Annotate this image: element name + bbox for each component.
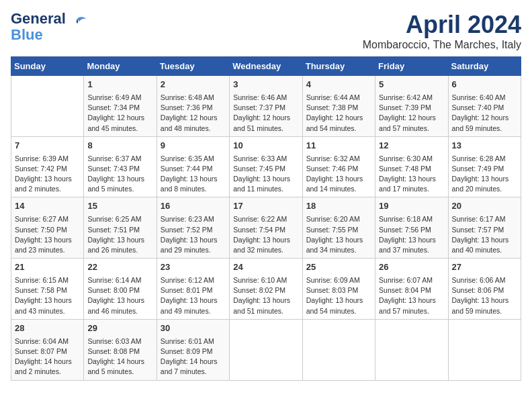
main-title: April 2024	[363, 11, 521, 39]
calendar-cell: 25Sunrise: 6:09 AM Sunset: 8:03 PM Dayli…	[302, 259, 375, 320]
day-number: 13	[452, 140, 517, 152]
calendar-cell: 11Sunrise: 6:32 AM Sunset: 7:46 PM Dayli…	[302, 136, 375, 197]
day-info: Sunrise: 6:03 AM Sunset: 8:08 PM Dayligh…	[87, 336, 152, 377]
calendar-cell: 15Sunrise: 6:25 AM Sunset: 7:51 PM Dayli…	[84, 197, 157, 259]
day-info: Sunrise: 6:10 AM Sunset: 8:02 PM Dayligh…	[233, 275, 298, 316]
day-number: 28	[15, 322, 80, 335]
day-number: 5	[379, 79, 444, 91]
calendar-cell: 18Sunrise: 6:20 AM Sunset: 7:55 PM Dayli…	[302, 197, 375, 259]
calendar-cell	[448, 319, 521, 380]
header: GeneralBlue April 2024 Mombaroccio, The …	[11, 11, 521, 51]
day-info: Sunrise: 6:37 AM Sunset: 7:43 PM Dayligh…	[87, 154, 152, 195]
logo-bird-icon	[67, 13, 87, 34]
logo: GeneralBlue	[11, 11, 87, 43]
calendar-cell: 12Sunrise: 6:30 AM Sunset: 7:48 PM Dayli…	[375, 136, 448, 197]
calendar-cell: 14Sunrise: 6:27 AM Sunset: 7:50 PM Dayli…	[11, 197, 84, 259]
calendar-cell: 4Sunrise: 6:44 AM Sunset: 7:38 PM Daylig…	[302, 76, 375, 137]
day-info: Sunrise: 6:44 AM Sunset: 7:38 PM Dayligh…	[306, 93, 371, 134]
header-cell-thursday: Thursday	[302, 57, 375, 76]
day-number: 29	[87, 322, 152, 335]
day-info: Sunrise: 6:46 AM Sunset: 7:37 PM Dayligh…	[233, 93, 298, 134]
calendar-cell: 5Sunrise: 6:42 AM Sunset: 7:39 PM Daylig…	[375, 76, 448, 137]
day-number: 15	[87, 200, 152, 213]
day-number: 18	[306, 200, 371, 213]
calendar-cell: 17Sunrise: 6:22 AM Sunset: 7:54 PM Dayli…	[230, 197, 302, 259]
day-info: Sunrise: 6:14 AM Sunset: 8:00 PM Dayligh…	[87, 275, 152, 316]
day-number: 25	[306, 261, 371, 274]
calendar-week-row: 28Sunrise: 6:04 AM Sunset: 8:07 PM Dayli…	[11, 319, 521, 380]
day-info: Sunrise: 6:33 AM Sunset: 7:45 PM Dayligh…	[233, 154, 298, 195]
day-number: 12	[379, 140, 444, 152]
day-info: Sunrise: 6:17 AM Sunset: 7:57 PM Dayligh…	[452, 214, 517, 255]
calendar-cell: 27Sunrise: 6:06 AM Sunset: 8:06 PM Dayli…	[448, 259, 521, 320]
day-info: Sunrise: 6:01 AM Sunset: 8:09 PM Dayligh…	[161, 336, 226, 377]
day-info: Sunrise: 6:23 AM Sunset: 7:52 PM Dayligh…	[161, 214, 226, 255]
day-number: 23	[161, 261, 226, 274]
day-info: Sunrise: 6:28 AM Sunset: 7:49 PM Dayligh…	[452, 154, 517, 195]
header-cell-wednesday: Wednesday	[230, 57, 302, 76]
subtitle: Mombaroccio, The Marches, Italy	[363, 39, 521, 51]
day-info: Sunrise: 6:04 AM Sunset: 8:07 PM Dayligh…	[15, 336, 80, 377]
header-cell-tuesday: Tuesday	[157, 57, 229, 76]
day-info: Sunrise: 6:06 AM Sunset: 8:06 PM Dayligh…	[452, 275, 517, 316]
day-number: 19	[379, 200, 444, 213]
calendar-table: SundayMondayTuesdayWednesdayThursdayFrid…	[11, 56, 521, 381]
day-number: 27	[452, 261, 517, 274]
calendar-cell: 16Sunrise: 6:23 AM Sunset: 7:52 PM Dayli…	[157, 197, 229, 259]
header-cell-friday: Friday	[375, 57, 448, 76]
day-number: 8	[87, 140, 152, 152]
day-number: 4	[306, 79, 371, 91]
day-info: Sunrise: 6:07 AM Sunset: 8:04 PM Dayligh…	[379, 275, 444, 316]
day-number: 17	[233, 200, 298, 213]
calendar-cell: 28Sunrise: 6:04 AM Sunset: 8:07 PM Dayli…	[11, 319, 84, 380]
calendar-cell	[375, 319, 448, 380]
day-info: Sunrise: 6:32 AM Sunset: 7:46 PM Dayligh…	[306, 154, 371, 195]
calendar-header-row: SundayMondayTuesdayWednesdayThursdayFrid…	[11, 57, 521, 76]
day-number: 1	[87, 79, 152, 91]
day-number: 7	[15, 140, 80, 152]
day-info: Sunrise: 6:39 AM Sunset: 7:42 PM Dayligh…	[15, 154, 80, 195]
day-number: 20	[452, 200, 517, 213]
calendar-cell: 7Sunrise: 6:39 AM Sunset: 7:42 PM Daylig…	[11, 136, 84, 197]
calendar-cell: 19Sunrise: 6:18 AM Sunset: 7:56 PM Dayli…	[375, 197, 448, 259]
day-number: 14	[15, 200, 80, 213]
day-number: 10	[233, 140, 298, 152]
logo-text: GeneralBlue	[11, 11, 66, 43]
header-cell-saturday: Saturday	[448, 57, 521, 76]
header-cell-monday: Monday	[84, 57, 157, 76]
calendar-cell: 3Sunrise: 6:46 AM Sunset: 7:37 PM Daylig…	[230, 76, 302, 137]
day-number: 11	[306, 140, 371, 152]
day-number: 6	[452, 79, 517, 91]
calendar-cell: 13Sunrise: 6:28 AM Sunset: 7:49 PM Dayli…	[448, 136, 521, 197]
day-info: Sunrise: 6:15 AM Sunset: 7:58 PM Dayligh…	[15, 275, 80, 316]
day-number: 2	[161, 79, 226, 91]
calendar-week-row: 1Sunrise: 6:49 AM Sunset: 7:34 PM Daylig…	[11, 76, 521, 137]
calendar-cell: 6Sunrise: 6:40 AM Sunset: 7:40 PM Daylig…	[448, 76, 521, 137]
calendar-body: 1Sunrise: 6:49 AM Sunset: 7:34 PM Daylig…	[11, 76, 521, 381]
calendar-cell: 21Sunrise: 6:15 AM Sunset: 7:58 PM Dayli…	[11, 259, 84, 320]
calendar-cell	[11, 76, 84, 137]
day-info: Sunrise: 6:18 AM Sunset: 7:56 PM Dayligh…	[379, 214, 444, 255]
calendar-cell: 10Sunrise: 6:33 AM Sunset: 7:45 PM Dayli…	[230, 136, 302, 197]
day-info: Sunrise: 6:35 AM Sunset: 7:44 PM Dayligh…	[161, 154, 226, 195]
calendar-cell: 29Sunrise: 6:03 AM Sunset: 8:08 PM Dayli…	[84, 319, 157, 380]
day-info: Sunrise: 6:09 AM Sunset: 8:03 PM Dayligh…	[306, 275, 371, 316]
calendar-cell	[230, 319, 302, 380]
calendar-week-row: 7Sunrise: 6:39 AM Sunset: 7:42 PM Daylig…	[11, 136, 521, 197]
calendar-cell: 9Sunrise: 6:35 AM Sunset: 7:44 PM Daylig…	[157, 136, 229, 197]
day-info: Sunrise: 6:40 AM Sunset: 7:40 PM Dayligh…	[452, 93, 517, 134]
calendar-cell	[302, 319, 375, 380]
day-info: Sunrise: 6:22 AM Sunset: 7:54 PM Dayligh…	[233, 214, 298, 255]
day-info: Sunrise: 6:30 AM Sunset: 7:48 PM Dayligh…	[379, 154, 444, 195]
calendar-cell: 1Sunrise: 6:49 AM Sunset: 7:34 PM Daylig…	[84, 76, 157, 137]
day-info: Sunrise: 6:49 AM Sunset: 7:34 PM Dayligh…	[87, 93, 152, 134]
day-number: 26	[379, 261, 444, 274]
calendar-cell: 2Sunrise: 6:48 AM Sunset: 7:36 PM Daylig…	[157, 76, 229, 137]
day-info: Sunrise: 6:12 AM Sunset: 8:01 PM Dayligh…	[161, 275, 226, 316]
calendar-cell: 30Sunrise: 6:01 AM Sunset: 8:09 PM Dayli…	[157, 319, 229, 380]
calendar-cell: 20Sunrise: 6:17 AM Sunset: 7:57 PM Dayli…	[448, 197, 521, 259]
calendar-cell: 23Sunrise: 6:12 AM Sunset: 8:01 PM Dayli…	[157, 259, 229, 320]
day-number: 24	[233, 261, 298, 274]
calendar-cell: 22Sunrise: 6:14 AM Sunset: 8:00 PM Dayli…	[84, 259, 157, 320]
calendar-cell: 26Sunrise: 6:07 AM Sunset: 8:04 PM Dayli…	[375, 259, 448, 320]
